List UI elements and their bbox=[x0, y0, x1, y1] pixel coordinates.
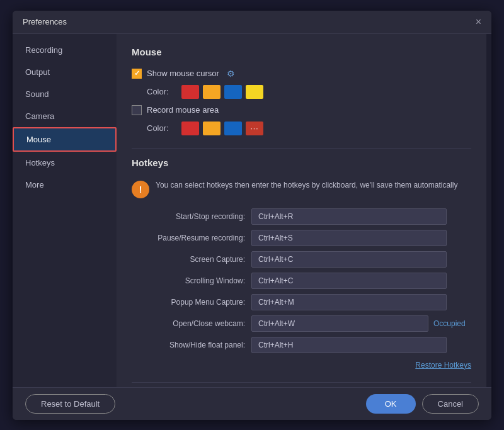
preferences-dialog: Preferences × RecordingOutputSoundCamera… bbox=[13, 11, 491, 420]
divider-2 bbox=[132, 382, 471, 383]
area-color-more[interactable]: ··· bbox=[246, 122, 263, 135]
divider-1 bbox=[132, 148, 471, 149]
hotkey-label-4: Popup Menu Capture: bbox=[132, 298, 245, 307]
main-panel: Mouse Show mouse cursor ⚙ Color: bbox=[117, 34, 486, 387]
hotkey-input-3[interactable] bbox=[251, 273, 447, 289]
sidebar-item-recording[interactable]: Recording bbox=[13, 39, 117, 61]
area-color-orange[interactable] bbox=[203, 122, 220, 135]
scrollbar-track[interactable] bbox=[486, 34, 491, 387]
sidebar-item-mouse[interactable]: Mouse bbox=[13, 127, 117, 152]
title-bar: Preferences × bbox=[13, 11, 491, 34]
hotkey-row-1: Pause/Resume recording: bbox=[132, 230, 471, 246]
occupied-tag: Occupied bbox=[433, 319, 471, 328]
hotkey-row-2: Screen Capture: bbox=[132, 251, 471, 268]
record-area-label: Record mouse area bbox=[147, 105, 219, 115]
hotkeys-inputs-wrap: Start/Stop recording: Pause/Resume recor… bbox=[132, 208, 471, 370]
hotkey-label-3: Scrolling Window: bbox=[132, 276, 245, 285]
area-color-blue[interactable] bbox=[224, 122, 242, 135]
gear-icon[interactable]: ⚙ bbox=[227, 69, 235, 79]
info-text: You can select hotkeys then enter the ho… bbox=[156, 179, 457, 191]
show-cursor-checkbox-wrap[interactable]: Show mouse cursor bbox=[132, 69, 219, 79]
hotkey-input-6[interactable] bbox=[251, 337, 447, 353]
content-area: RecordingOutputSoundCameraMouseHotkeysMo… bbox=[13, 34, 491, 387]
hotkey-label-6: Show/Hide float panel: bbox=[132, 341, 245, 349]
hotkey-label-1: Pause/Resume recording: bbox=[132, 234, 245, 242]
cursor-color-label: Color: bbox=[147, 87, 175, 96]
sidebar-item-hotkeys[interactable]: Hotkeys bbox=[13, 152, 117, 174]
footer-right: OK Cancel bbox=[366, 394, 479, 414]
hotkey-input-1[interactable] bbox=[251, 230, 447, 246]
ok-button[interactable]: OK bbox=[366, 394, 416, 414]
area-color-row: Color: ··· bbox=[147, 122, 471, 135]
hotkey-row-3: Scrolling Window: bbox=[132, 273, 471, 289]
mouse-section: Mouse Show mouse cursor ⚙ Color: bbox=[132, 47, 471, 135]
info-icon: ! bbox=[132, 181, 149, 198]
hotkey-row-0: Start/Stop recording: bbox=[132, 208, 471, 225]
mouse-section-title: Mouse bbox=[132, 47, 471, 60]
footer-left: Reset to Default bbox=[25, 394, 115, 414]
hotkey-row-4: Popup Menu Capture: bbox=[132, 294, 471, 310]
area-color-red[interactable] bbox=[181, 122, 199, 135]
area-color-label: Color: bbox=[147, 123, 175, 133]
cursor-color-yellow[interactable] bbox=[246, 85, 263, 99]
cursor-color-row: Color: bbox=[147, 85, 471, 99]
sidebar-item-sound[interactable]: Sound bbox=[13, 83, 117, 105]
cancel-button[interactable]: Cancel bbox=[422, 394, 479, 414]
show-cursor-label: Show mouse cursor bbox=[147, 69, 219, 78]
reset-to-default-button[interactable]: Reset to Default bbox=[25, 394, 115, 414]
show-cursor-checkbox[interactable] bbox=[132, 69, 142, 79]
hotkey-label-0: Start/Stop recording: bbox=[132, 212, 245, 221]
footer: Reset to Default OK Cancel bbox=[13, 387, 491, 420]
cursor-color-orange[interactable] bbox=[203, 85, 220, 99]
close-button[interactable]: × bbox=[476, 17, 481, 27]
hotkey-input-4[interactable] bbox=[251, 294, 447, 310]
sidebar-item-output[interactable]: Output bbox=[13, 61, 117, 83]
cursor-color-blue[interactable] bbox=[224, 85, 242, 99]
hotkey-label-5: Open/Close webcam: bbox=[132, 319, 245, 328]
sidebar-item-camera[interactable]: Camera bbox=[13, 105, 117, 127]
hotkeys-section: Hotkeys ! You can select hotkeys then en… bbox=[132, 157, 471, 370]
hotkey-input-5[interactable] bbox=[251, 315, 428, 332]
restore-hotkeys-link[interactable]: Restore Hotkeys bbox=[415, 361, 471, 370]
cursor-color-red[interactable] bbox=[181, 85, 199, 99]
record-area-checkbox[interactable] bbox=[132, 105, 142, 115]
hotkey-input-2[interactable] bbox=[251, 251, 447, 268]
show-cursor-row: Show mouse cursor ⚙ bbox=[132, 69, 471, 79]
hotkey-row-5: Open/Close webcam: Occupied bbox=[132, 315, 471, 332]
dialog-title: Preferences bbox=[23, 17, 67, 26]
sidebar: RecordingOutputSoundCameraMouseHotkeysMo… bbox=[13, 34, 117, 387]
record-area-row: Record mouse area bbox=[132, 105, 471, 115]
hotkeys-section-title: Hotkeys bbox=[132, 157, 471, 171]
hotkeys-info-box: ! You can select hotkeys then enter the … bbox=[132, 179, 471, 198]
sidebar-item-more[interactable]: More bbox=[13, 174, 117, 196]
restore-row: Restore Hotkeys bbox=[132, 358, 471, 370]
record-area-checkbox-wrap[interactable]: Record mouse area bbox=[132, 105, 219, 115]
hotkey-input-0[interactable] bbox=[251, 208, 447, 225]
hotkey-row-6: Show/Hide float panel: bbox=[132, 337, 471, 353]
hotkey-label-2: Screen Capture: bbox=[132, 255, 245, 264]
